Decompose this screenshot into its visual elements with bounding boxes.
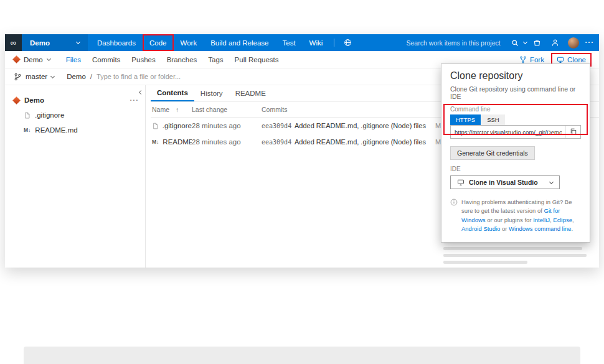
faded-line [443,261,527,264]
collapse-sidebar-button[interactable] [139,88,143,96]
link-windows-command-line[interactable]: Windows command line [509,225,571,232]
tree-item-readme[interactable]: M↓ README.md [5,123,145,138]
nav-item-code[interactable]: Code [143,34,174,51]
protocol-tabs: HTTPS SSH [450,114,581,125]
commit-hash-link[interactable]: eea309d4 [262,139,295,146]
marketplace-button[interactable] [528,34,546,51]
vsts-logo[interactable]: ∞ [5,34,22,51]
tab-history[interactable]: History [194,85,229,101]
nav-item-build-and-release[interactable]: Build and Release [204,34,275,51]
breadcrumb-repo[interactable]: Demo [67,73,86,80]
file-name[interactable]: README.md [163,138,192,146]
markdown-icon: M↓ [152,139,159,145]
chevron-down-icon [549,179,554,184]
copy-icon [570,128,577,136]
clone-label: Clone [567,56,586,63]
file-name[interactable]: .gitignore [163,122,192,129]
chevron-down-icon [50,73,55,78]
branch-name: master [26,73,47,80]
tab-pushes[interactable]: Pushes [126,56,161,63]
repo-selector[interactable]: Demo [14,56,50,63]
search-button[interactable] [506,37,524,49]
nav-divider [334,39,334,47]
clone-url-input[interactable] [451,129,565,136]
tree-item-label: .gitignore [35,111,64,119]
globe-icon [344,39,352,47]
project-switcher[interactable]: Demo [22,34,88,51]
commit-message: Added README.md, .gitignore (Node) files [295,122,426,129]
shopping-bag-icon [533,39,541,47]
hub-nav: Dashboards Code Work Build and Release T… [90,34,357,51]
top-nav: ∞ Demo Dashboards Code Work Build and Re… [5,34,599,51]
markdown-icon: M↓ [24,127,31,133]
breadcrumb-separator: / [90,73,92,80]
more-menu-button[interactable]: ··· [583,39,600,47]
find-file-input[interactable] [97,73,246,80]
link-intellij[interactable]: IntelliJ [533,217,550,223]
tree-root-label: Demo [24,96,44,104]
search-box [407,37,527,49]
commit-hash-link[interactable]: eea309d4 [262,123,295,129]
tree-root-more-button[interactable]: ··· [130,96,139,104]
file-name-cell[interactable]: M↓ README.md [152,138,192,146]
panel-title: Clone repository [450,70,581,82]
file-icon [152,122,159,130]
tree-item-label: README.md [35,126,77,134]
tab-files[interactable]: Files [60,56,87,63]
tab-commits[interactable]: Commits [87,56,126,63]
clone-help: Having problems authenticating in Git? B… [450,198,581,233]
clone-in-visual-studio-button[interactable]: Clone in Visual Studio [450,175,560,189]
header-last-change[interactable]: Last change [192,106,262,113]
copy-url-button[interactable] [565,126,580,138]
help-text-segment: . [571,225,573,232]
tab-tags[interactable]: Tags [202,56,229,63]
faded-line [443,254,587,257]
header-commits[interactable]: Commits [262,106,295,113]
faded-line [443,247,582,250]
faded-text-artifact [443,240,588,268]
link-android-studio[interactable]: Android Studio [461,225,500,232]
feedback-button[interactable] [546,34,564,51]
search-options-chevron-icon[interactable] [522,40,527,44]
help-text: Having problems authenticating in Git? B… [461,198,581,233]
tab-ssh[interactable]: SSH [481,114,505,125]
search-input[interactable] [407,39,506,47]
nav-item-dashboards[interactable]: Dashboards [90,34,143,51]
nav-item-work[interactable]: Work [174,34,204,51]
link-eclipse[interactable]: Eclipse [553,217,572,223]
ide-label: IDE [450,166,581,172]
fork-label: Fork [530,56,544,63]
tab-https[interactable]: HTTPS [450,114,481,125]
help-text-segment: , [572,217,574,223]
chevron-down-icon [47,57,51,61]
tree-root-row[interactable]: Demo ··· [5,93,145,108]
clone-url-box [450,125,581,139]
tab-readme[interactable]: README [229,85,272,101]
branch-selector[interactable]: master [14,73,54,81]
browse-hubs-button[interactable] [339,34,357,51]
tree-item-gitignore[interactable]: .gitignore [5,108,145,123]
last-change-cell: 28 minutes ago [192,122,262,129]
nav-item-wiki[interactable]: Wiki [303,34,330,51]
chevron-down-icon [76,40,80,44]
last-change-cell: 28 minutes ago [192,138,262,146]
tab-contents[interactable]: Contents [151,85,194,101]
repo-selector-label: Demo [24,56,43,63]
header-name[interactable]: Name ↑ [152,106,192,113]
search-icon [511,39,519,47]
user-avatar[interactable] [568,37,579,49]
fork-icon [519,56,527,63]
nav-item-test[interactable]: Test [275,34,302,51]
commit-message: Added README.md, .gitignore (Node) files [295,138,426,146]
command-line-label: Command line [450,106,581,113]
tab-branches[interactable]: Branches [161,56,203,63]
file-icon [24,111,31,119]
clone-icon [557,56,564,63]
file-name-cell[interactable]: .gitignore [152,122,192,130]
project-switcher-label: Demo [30,39,50,47]
help-text-segment: or [500,225,509,232]
visual-studio-icon [457,179,465,186]
tab-pull-requests[interactable]: Pull Requests [229,56,285,63]
generate-credentials-button[interactable]: Generate Git credentials [450,146,535,160]
branch-icon [14,73,22,81]
